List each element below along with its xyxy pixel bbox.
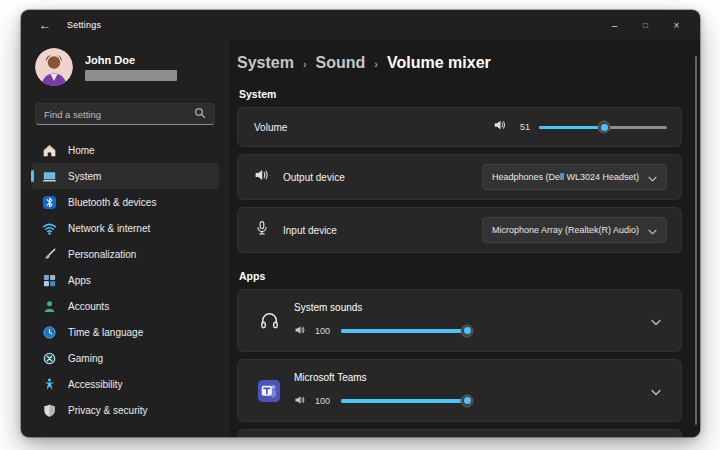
maximize-button[interactable]: □	[630, 10, 661, 40]
sidebar-item-label: System	[68, 171, 101, 182]
headphones-icon	[252, 310, 286, 331]
maximize-icon: □	[643, 21, 648, 30]
teams-icon	[252, 380, 286, 402]
sidebar-item-label: Privacy & security	[68, 405, 147, 416]
profile-row[interactable]: John Doe	[21, 40, 229, 88]
slider-thumb[interactable]	[461, 394, 474, 407]
personalization-icon	[42, 247, 57, 262]
sidebar-item-accessibility[interactable]: Accessibility	[31, 371, 219, 397]
sidebar-item-system[interactable]: System	[31, 163, 219, 189]
section-label-system: System	[239, 88, 682, 100]
app-volume-slider[interactable]	[341, 394, 467, 408]
titlebar: ← Settings – □ ×	[21, 10, 700, 40]
bluetooth-icon	[42, 195, 57, 210]
settings-window: ← Settings – □ × John Doe	[21, 10, 700, 437]
accounts-icon	[42, 299, 57, 314]
app-row-microsoft-teams: Microsoft Teams 100	[237, 359, 682, 422]
breadcrumb-system[interactable]: System	[237, 54, 294, 72]
sidebar-item-label: Personalization	[68, 249, 136, 260]
slider-fill	[341, 329, 467, 333]
app-name: Microsoft Teams	[294, 372, 645, 383]
sidebar-item-label: Gaming	[68, 353, 103, 364]
search-icon	[194, 105, 206, 123]
sidebar-item-privacy-security[interactable]: Privacy & security	[31, 397, 219, 423]
sidebar-item-gaming[interactable]: Gaming	[31, 345, 219, 371]
profile-name: John Doe	[85, 54, 177, 66]
sidebar-item-label: Home	[68, 145, 95, 156]
page-title: Volume mixer	[387, 54, 491, 72]
output-device-card: Output device Headphones (Dell WL3024 He…	[237, 154, 682, 200]
gaming-icon	[42, 351, 57, 366]
slider-fill	[341, 399, 467, 403]
breadcrumb-sound[interactable]: Sound	[316, 54, 366, 72]
sidebar-item-label: Apps	[68, 275, 91, 286]
privacy-security-icon	[42, 403, 57, 418]
close-icon: ×	[674, 20, 680, 31]
window-controls: – □ ×	[599, 10, 692, 40]
sidebar-item-network-internet[interactable]: Network & internet	[31, 215, 219, 241]
app-row-system-sounds: System sounds 100	[237, 289, 682, 352]
speaker-icon	[493, 118, 507, 136]
minimize-button[interactable]: –	[599, 10, 630, 40]
time-language-icon	[42, 325, 57, 340]
output-device-dropdown[interactable]: Headphones (Dell WL3024 Headset)	[482, 164, 667, 190]
volume-label: Volume	[254, 122, 493, 133]
sidebar-item-label: Time & language	[68, 327, 143, 338]
slider-thumb[interactable]	[461, 324, 474, 337]
app-volume-slider[interactable]	[341, 324, 467, 338]
network-icon	[42, 221, 57, 236]
chevron-down-icon	[648, 221, 657, 239]
chevron-down-icon	[651, 382, 661, 400]
breadcrumb-separator: ›	[303, 56, 307, 70]
sidebar-item-apps[interactable]: Apps	[31, 267, 219, 293]
output-device-value: Headphones (Dell WL3024 Headset)	[492, 172, 639, 182]
microphone-icon	[254, 220, 270, 240]
app-row-partial	[237, 429, 682, 437]
section-label-apps: Apps	[239, 270, 682, 282]
input-device-value: Microphone Array (Realtek(R) Audio)	[492, 225, 639, 235]
sidebar: John Doe Home System	[21, 40, 229, 437]
sidebar-item-personalization[interactable]: Personalization	[31, 241, 219, 267]
output-device-label: Output device	[283, 172, 482, 183]
back-button[interactable]: ←	[39, 19, 51, 31]
breadcrumb: System › Sound › Volume mixer	[237, 54, 682, 72]
home-icon	[42, 143, 57, 158]
volume-slider[interactable]	[539, 120, 667, 134]
speaker-icon	[294, 322, 306, 340]
chevron-down-icon	[648, 168, 657, 186]
search-box	[35, 103, 215, 125]
speaker-icon	[294, 392, 306, 410]
system-icon	[42, 169, 57, 184]
search-input[interactable]	[44, 109, 194, 120]
expand-button[interactable]	[645, 382, 667, 400]
speaker-icon	[254, 167, 270, 187]
window-title: Settings	[67, 20, 101, 30]
sidebar-nav: Home System Bluetooth & devices Network …	[21, 137, 229, 423]
slider-thumb[interactable]	[598, 121, 611, 134]
volume-card: Volume 51	[237, 107, 682, 147]
sidebar-item-label: Accessibility	[68, 379, 122, 390]
main-content: System › Sound › Volume mixer System Vol…	[229, 40, 700, 437]
back-arrow-icon: ←	[39, 18, 51, 32]
sidebar-item-label: Network & internet	[68, 223, 150, 234]
profile-email-redacted	[85, 70, 177, 81]
sidebar-item-home[interactable]: Home	[31, 137, 219, 163]
chevron-down-icon	[651, 312, 661, 330]
sidebar-item-label: Accounts	[68, 301, 109, 312]
vertical-scrollbar[interactable]	[695, 56, 697, 425]
close-button[interactable]: ×	[661, 10, 692, 40]
sidebar-item-label: Bluetooth & devices	[68, 197, 156, 208]
sidebar-item-time-language[interactable]: Time & language	[31, 319, 219, 345]
apps-icon	[42, 273, 57, 288]
accessibility-icon	[42, 377, 57, 392]
volume-value: 51	[516, 122, 530, 132]
sidebar-item-accounts[interactable]: Accounts	[31, 293, 219, 319]
expand-button[interactable]	[645, 312, 667, 330]
input-device-dropdown[interactable]: Microphone Array (Realtek(R) Audio)	[482, 217, 667, 243]
app-name: System sounds	[294, 302, 645, 313]
sidebar-item-bluetooth-devices[interactable]: Bluetooth & devices	[31, 189, 219, 215]
minimize-icon: –	[612, 20, 618, 31]
input-device-card: Input device Microphone Array (Realtek(R…	[237, 207, 682, 253]
app-volume-value: 100	[315, 396, 332, 406]
slider-fill	[539, 126, 604, 130]
